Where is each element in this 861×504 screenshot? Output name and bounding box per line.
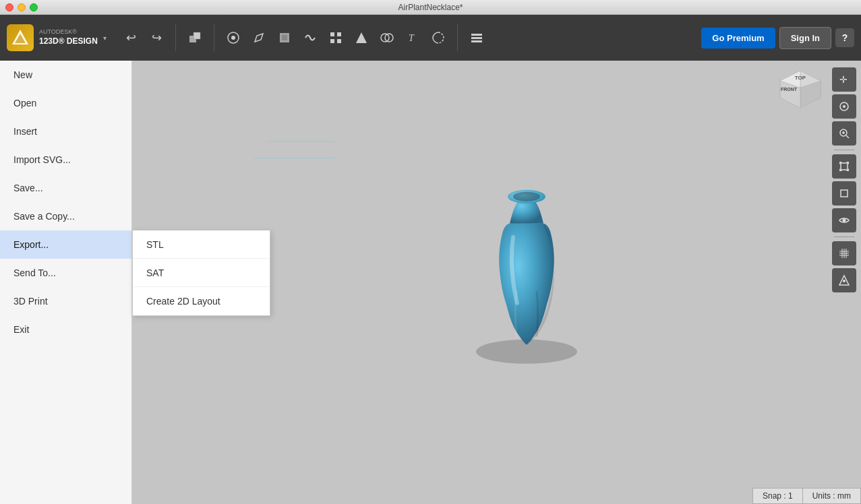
appearance-button[interactable] — [832, 268, 856, 292]
menu-item-save[interactable]: Save... — [0, 174, 131, 202]
construct-button[interactable] — [272, 26, 297, 50]
logo-text: AUTODESK® 123D® DESIGN — [39, 28, 98, 46]
submenu-item-stl[interactable]: STL — [133, 230, 270, 259]
svg-rect-16 — [471, 40, 482, 42]
svg-point-83 — [843, 280, 845, 282]
svg-text:FRONT: FRONT — [781, 87, 798, 92]
svg-rect-73 — [841, 163, 848, 170]
undo-button[interactable]: ↩ — [119, 26, 143, 50]
material-button[interactable] — [426, 26, 450, 50]
svg-point-68 — [843, 105, 845, 108]
export-submenu: STL SAT Create 2D Layout — [132, 230, 270, 316]
primitive-tools — [183, 26, 207, 50]
svg-line-70 — [846, 135, 849, 138]
toolbar-right: Go Premium Sign In ? — [701, 27, 854, 49]
layers-tools — [465, 26, 489, 50]
right-panel: ✛ — [827, 61, 861, 504]
close-button[interactable] — [5, 3, 13, 11]
snap-status[interactable]: Snap : 1 — [752, 488, 802, 504]
svg-text:✛: ✛ — [839, 74, 848, 85]
menu-item-exit[interactable]: Exit — [0, 315, 131, 344]
menu-item-send-to[interactable]: Send To... — [0, 259, 131, 287]
premium-button[interactable]: Go Premium — [701, 28, 775, 49]
main-toolbar: AUTODESK® 123D® DESIGN ▾ ↩ ↪ — [0, 15, 861, 61]
signin-button[interactable]: Sign In — [779, 27, 831, 49]
svg-rect-14 — [471, 34, 482, 36]
svg-point-59 — [513, 192, 540, 201]
sketch-button[interactable] — [247, 26, 271, 50]
zoom-button[interactable] — [832, 121, 856, 146]
window-title: AirPlantNecklace* — [398, 3, 463, 12]
minimize-button[interactable] — [18, 3, 26, 11]
svg-rect-1 — [194, 32, 200, 39]
svg-text:T: T — [409, 33, 415, 43]
help-button[interactable]: ? — [835, 28, 854, 47]
svg-marker-10 — [356, 32, 367, 43]
grid-svg: -50 50 75 100 125 150 -25 — [132, 61, 334, 162]
logo-dropdown-arrow[interactable]: ▾ — [103, 34, 107, 42]
redo-button[interactable]: ↪ — [144, 26, 169, 50]
svg-rect-5 — [282, 35, 287, 40]
snap-button[interactable] — [349, 26, 374, 50]
svg-rect-15 — [471, 37, 482, 39]
divider-1 — [175, 24, 176, 51]
menu-item-3d-print[interactable]: 3D Print — [0, 287, 131, 315]
boolean-button[interactable] — [375, 26, 399, 50]
brand-name: AUTODESK® — [39, 28, 98, 36]
submenu-item-sat[interactable]: SAT — [133, 259, 270, 287]
menu-item-insert[interactable]: Insert — [0, 117, 131, 146]
svg-line-29 — [321, 115, 334, 162]
product-name: 123D® DESIGN — [39, 36, 98, 47]
logo-icon — [7, 24, 34, 51]
divider-3 — [457, 24, 458, 51]
divider-2 — [214, 24, 214, 51]
svg-line-28 — [267, 115, 334, 162]
visibility-button[interactable] — [832, 208, 856, 232]
titlebar: AirPlantNecklace* — [0, 0, 861, 15]
svg-rect-9 — [337, 39, 341, 43]
pattern-button[interactable] — [324, 26, 348, 50]
titlebar-buttons — [5, 3, 38, 11]
orbit-button[interactable] — [832, 94, 856, 119]
svg-rect-7 — [337, 32, 341, 36]
pan-button[interactable]: ✛ — [832, 67, 856, 92]
svg-rect-8 — [330, 39, 334, 43]
layers-button[interactable] — [465, 26, 489, 50]
transform-tools: T — [221, 26, 450, 50]
menu-item-import-svg[interactable]: Import SVG... — [0, 146, 131, 174]
perspective-button[interactable] — [832, 181, 856, 206]
menu-item-open[interactable]: Open — [0, 89, 131, 117]
menu-item-save-copy[interactable]: Save a Copy... — [0, 202, 131, 230]
modify-button[interactable] — [298, 26, 322, 50]
svg-rect-6 — [330, 32, 334, 36]
main-area: New Open Insert Import SVG... Save... Sa… — [0, 61, 861, 504]
svg-point-75 — [843, 219, 846, 222]
file-menu: New Open Insert Import SVG... Save... Sa… — [0, 61, 132, 504]
svg-line-42 — [213, 115, 334, 162]
maximize-button[interactable] — [30, 3, 38, 11]
logo-area: AUTODESK® 123D® DESIGN ▾ — [7, 24, 115, 51]
panel-divider-2 — [834, 237, 854, 237]
fit-view-button[interactable] — [832, 154, 856, 179]
svg-text:TOP: TOP — [795, 75, 806, 81]
transform-button[interactable] — [221, 26, 245, 50]
panel-divider-1 — [834, 150, 854, 150]
measure-button[interactable]: T — [400, 26, 425, 50]
submenu-item-create-2d-layout[interactable]: Create 2D Layout — [133, 287, 270, 315]
add-primitive-button[interactable] — [183, 26, 207, 50]
menu-item-new[interactable]: New — [0, 61, 131, 89]
menu-item-export[interactable]: Export... — [0, 230, 131, 259]
3d-model-vase — [452, 170, 601, 375]
grid-settings-button[interactable] — [832, 241, 856, 265]
svg-point-3 — [231, 36, 235, 40]
svg-rect-74 — [841, 190, 848, 197]
nav-cube[interactable]: TOP FRONT — [777, 67, 824, 115]
history-tools: ↩ ↪ — [119, 26, 169, 50]
